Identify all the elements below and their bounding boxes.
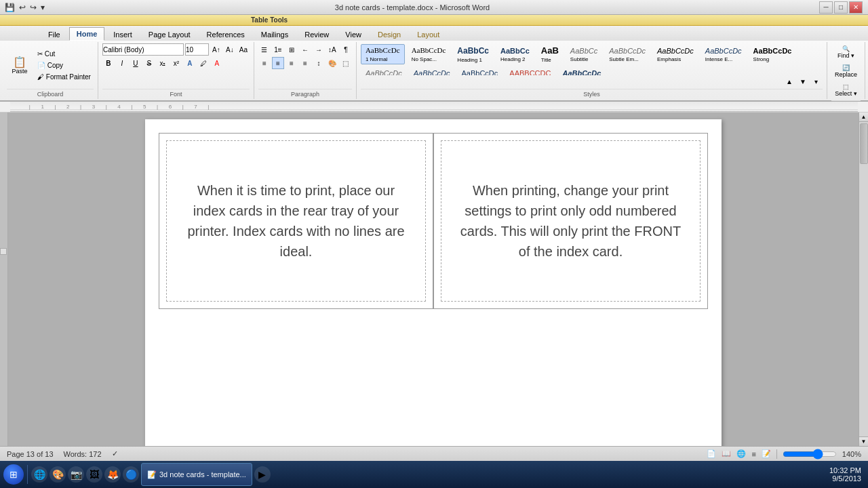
- numbering-button[interactable]: 1≡: [272, 43, 284, 56]
- bullets-button[interactable]: ☰: [258, 43, 271, 56]
- increase-indent-button[interactable]: →: [313, 43, 325, 56]
- style-subtle-em[interactable]: AaBbCcDcSubtle Em...: [604, 45, 650, 64]
- subscript-button[interactable]: x₂: [157, 57, 169, 69]
- vertical-scrollbar[interactable]: ▲ ▼: [859, 113, 868, 446]
- close-button[interactable]: ✕: [849, 1, 863, 14]
- replace-button[interactable]: 🔄 Replace: [831, 62, 861, 80]
- style-subtle-ref[interactable]: AaBbCcDcSubtle Ref...: [457, 67, 503, 75]
- italic-button[interactable]: I: [116, 57, 128, 69]
- font-color-button[interactable]: A: [211, 57, 223, 69]
- status-bar: Page 13 of 13 Words: 172 ✓ 📄 📖 🌐 ≡ 📝 140…: [0, 446, 868, 461]
- highlight-button[interactable]: 🖊: [197, 57, 210, 69]
- shading-button[interactable]: 🎨: [326, 57, 338, 69]
- borders-button[interactable]: ⬚: [340, 57, 352, 69]
- style-quote[interactable]: AaBbCcDcQuote: [361, 67, 407, 75]
- copy-button[interactable]: 📄 Copy: [35, 60, 94, 70]
- tab-mailings[interactable]: Mailings: [254, 28, 296, 41]
- text-effects-button[interactable]: A: [184, 57, 196, 69]
- style-normal[interactable]: AaBbCcDc1 Normal: [361, 44, 405, 64]
- styles-scroll-up[interactable]: ▲: [783, 75, 795, 87]
- tab-view[interactable]: View: [338, 28, 369, 41]
- card-inner-1[interactable]: When it is time to print, place our inde…: [166, 140, 426, 302]
- taskbar-ps2[interactable]: 🖼: [86, 466, 102, 483]
- scroll-down-button[interactable]: ▼: [859, 436, 868, 446]
- minimize-button[interactable]: ─: [819, 1, 833, 14]
- align-left-button[interactable]: ≡: [258, 57, 271, 69]
- style-intense-e[interactable]: AaBbCcDcIntense E...: [701, 45, 747, 64]
- style-emphasis[interactable]: AaBbCcDcEmphasis: [652, 45, 698, 64]
- card-inner-2[interactable]: When printing, change your print setting…: [441, 140, 701, 302]
- font-size-input[interactable]: [185, 43, 209, 56]
- taskbar-word[interactable]: 📝 3d note cards - template...: [141, 463, 252, 486]
- quick-dropdown-icon[interactable]: ▾: [39, 2, 46, 13]
- underline-button[interactable]: U: [130, 57, 142, 69]
- find-button[interactable]: 🔍 Find ▾: [834, 43, 858, 61]
- format-painter-button[interactable]: 🖌 Format Painter: [35, 72, 94, 82]
- tab-references[interactable]: References: [199, 28, 252, 41]
- view-print-icon[interactable]: 📄: [707, 449, 716, 458]
- tab-review[interactable]: Review: [297, 28, 336, 41]
- tab-file[interactable]: File: [41, 28, 68, 41]
- style-intense-r[interactable]: AaBbCcDcIntense R...: [505, 67, 555, 75]
- show-formatting-button[interactable]: ¶: [340, 43, 352, 56]
- scroll-track: [859, 122, 868, 436]
- clear-format-button[interactable]: Aa: [237, 43, 250, 56]
- zoom-slider[interactable]: [783, 449, 837, 460]
- taskbar-ie[interactable]: 🌐: [31, 466, 47, 483]
- line-spacing-button[interactable]: ↕: [313, 57, 325, 69]
- view-reading-icon[interactable]: 📖: [722, 449, 731, 458]
- select-button[interactable]: ⬚ Select ▾: [831, 81, 861, 99]
- sort-button[interactable]: ↕A: [326, 43, 338, 56]
- style-heading2[interactable]: AaBbCcHeading 2: [496, 45, 534, 64]
- align-center-button[interactable]: ≡: [272, 57, 284, 69]
- style-intense-q[interactable]: AaBbCcDcIntense Q...: [409, 67, 455, 75]
- styles-scroll-down[interactable]: ▼: [797, 75, 809, 87]
- view-web-icon[interactable]: 🌐: [736, 449, 746, 458]
- style-strong[interactable]: AaBbCcDcStrong: [749, 45, 797, 64]
- view-draft-icon[interactable]: 📝: [762, 449, 771, 458]
- styles-more[interactable]: ▾: [810, 75, 823, 87]
- style-heading1[interactable]: AaBbCcHeading 1: [452, 44, 494, 65]
- align-right-button[interactable]: ≡: [285, 57, 298, 69]
- justify-button[interactable]: ≡: [299, 57, 311, 69]
- taskbar-chrome[interactable]: 🔵: [123, 466, 139, 483]
- superscript-button[interactable]: x²: [170, 57, 182, 69]
- scroll-thumb[interactable]: [860, 123, 868, 164]
- word-icon: 📝: [147, 470, 157, 479]
- multilevel-button[interactable]: ⊞: [285, 43, 298, 56]
- document-area[interactable]: When it is time to print, place our inde…: [8, 113, 859, 446]
- bold-button[interactable]: B: [102, 57, 115, 69]
- taskbar-ff[interactable]: 🦊: [104, 466, 121, 483]
- grow-font-button[interactable]: A↑: [210, 43, 222, 56]
- style-subtitle[interactable]: AaBbCcSubtitle: [566, 45, 602, 64]
- quick-undo-icon[interactable]: ↩: [18, 2, 27, 13]
- shrink-font-button[interactable]: A↓: [224, 43, 236, 56]
- taskbar-media[interactable]: ▶: [254, 466, 271, 483]
- track-changes-icon[interactable]: ✓: [112, 449, 118, 458]
- tab-page-layout[interactable]: Page Layout: [141, 28, 198, 41]
- card-cell-1[interactable]: When it is time to print, place our inde…: [159, 133, 433, 309]
- taskbar-ps[interactable]: 🎨: [50, 466, 66, 483]
- view-outline-icon[interactable]: ≡: [751, 450, 755, 458]
- style-title[interactable]: AaBTitle: [536, 43, 564, 65]
- page-break-indicator[interactable]: [0, 248, 7, 255]
- font-name-input[interactable]: [102, 43, 184, 56]
- tab-layout[interactable]: Layout: [410, 28, 447, 41]
- style-book-title[interactable]: AaBbCcDcBook Title: [557, 67, 606, 75]
- start-button[interactable]: ⊞: [3, 464, 24, 485]
- ribbon-tabs: File Home Insert Page Layout References …: [0, 26, 868, 41]
- taskbar-lr[interactable]: 📷: [68, 466, 84, 483]
- paste-button[interactable]: 📋 Paste: [7, 55, 33, 77]
- tab-home[interactable]: Home: [69, 27, 105, 41]
- style-no-spacing[interactable]: AaBbCcDcNo Spac...: [407, 44, 451, 64]
- scroll-up-button[interactable]: ▲: [859, 113, 868, 122]
- card-cell-2[interactable]: When printing, change your print setting…: [433, 133, 708, 309]
- decrease-indent-button[interactable]: ←: [299, 43, 311, 56]
- tab-design[interactable]: Design: [370, 28, 408, 41]
- tab-insert[interactable]: Insert: [106, 28, 140, 41]
- quick-save-icon[interactable]: 💾: [3, 2, 16, 13]
- quick-redo-icon[interactable]: ↪: [28, 2, 38, 13]
- strikethrough-button[interactable]: S: [143, 57, 155, 69]
- cut-button[interactable]: ✂ Cut: [35, 49, 94, 59]
- maximize-button[interactable]: □: [834, 1, 848, 14]
